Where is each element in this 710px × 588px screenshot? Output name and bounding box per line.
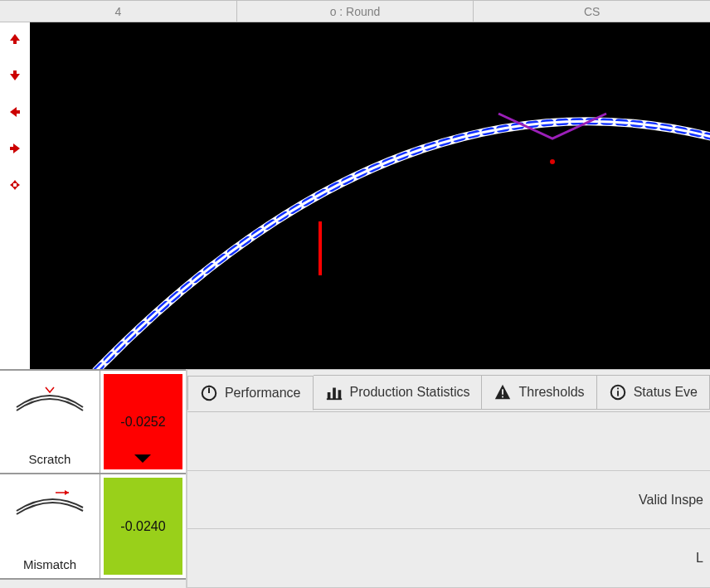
pan-right-button[interactable]: [7, 140, 23, 157]
svg-rect-16: [327, 392, 330, 399]
tab-production-statistics[interactable]: Production Statistics: [314, 375, 483, 410]
arrow-up-icon: [8, 32, 22, 46]
tab-bar: Performance Production Statistics Thresh…: [187, 369, 710, 412]
svg-marker-12: [65, 490, 69, 495]
mismatch-icon: [12, 486, 87, 519]
defect-value-scratch-text: -0.0252: [120, 415, 165, 430]
svg-marker-3: [10, 143, 20, 153]
arrow-down-icon: [8, 69, 22, 82]
svg-rect-21: [503, 389, 504, 394]
header-col-2: o : Round: [237, 0, 474, 22]
arrow-down-indicator-icon: [134, 454, 151, 463]
defect-row-mismatch[interactable]: Mismatch -0.0240: [0, 474, 186, 580]
defect-icon-mismatch: Mismatch: [0, 474, 100, 578]
defect-label-mismatch: Mismatch: [23, 557, 76, 573]
header-col-1: 4: [0, 0, 237, 22]
arrow-right-icon: [8, 142, 22, 155]
right-panel: Performance Production Statistics Thresh…: [187, 369, 710, 588]
content-row-2: Valid Inspe: [187, 471, 710, 530]
svg-marker-2: [10, 107, 20, 117]
image-viewport[interactable]: [30, 22, 710, 369]
tab-thresholds-label: Thresholds: [518, 385, 584, 400]
tab-content: Valid Inspe L: [187, 412, 710, 588]
arrow-left-icon: [8, 105, 22, 119]
tab-production-label: Production Statistics: [350, 385, 470, 400]
pan-up-button[interactable]: [7, 31, 23, 47]
warning-icon: [494, 383, 512, 401]
defect-value-scratch: -0.0252: [104, 374, 182, 469]
bottom-area: Scratch -0.0252 Mismatch: [0, 369, 710, 588]
svg-rect-24: [617, 391, 619, 396]
content-row-3: L: [187, 529, 710, 588]
defect-panel: Scratch -0.0252 Mismatch: [0, 369, 187, 588]
svg-rect-22: [503, 396, 504, 398]
svg-rect-25: [617, 388, 619, 390]
header-row: 4 o : Round CS: [0, 0, 710, 22]
defect-value-mismatch-text: -0.0240: [120, 519, 165, 534]
info-icon: [609, 383, 627, 401]
svg-rect-18: [338, 390, 341, 399]
tab-performance[interactable]: Performance: [187, 376, 314, 411]
header-col-3: CS: [474, 0, 710, 22]
scratch-icon: [12, 382, 87, 415]
defect-row-scratch[interactable]: Scratch -0.0252: [0, 369, 186, 474]
defect-value-mismatch: -0.0240: [104, 478, 182, 575]
svg-marker-1: [10, 70, 20, 80]
viewport-container: [0, 22, 710, 369]
pan-down-button[interactable]: [7, 67, 23, 84]
svg-rect-8: [30, 22, 710, 369]
content-row-1: [187, 412, 710, 471]
svg-rect-17: [333, 388, 336, 400]
gauge-icon: [200, 384, 218, 402]
svg-point-10: [550, 159, 555, 164]
tab-performance-label: Performance: [225, 386, 301, 401]
tab-thresholds[interactable]: Thresholds: [482, 375, 596, 410]
svg-marker-6: [10, 182, 13, 187]
tab-status-label: Status Eve: [634, 385, 698, 400]
tab-status-events[interactable]: Status Eve: [597, 375, 710, 410]
fit-button[interactable]: [7, 177, 23, 193]
bar-chart-icon: [325, 383, 343, 401]
defect-icon-scratch: Scratch: [0, 371, 100, 473]
tool-palette: [0, 22, 30, 369]
pan-left-button[interactable]: [7, 104, 23, 120]
viewport-graphic: [30, 22, 710, 369]
svg-marker-7: [17, 182, 20, 187]
defect-label-scratch: Scratch: [29, 452, 71, 468]
svg-marker-0: [10, 34, 20, 44]
fit-icon: [7, 177, 23, 193]
